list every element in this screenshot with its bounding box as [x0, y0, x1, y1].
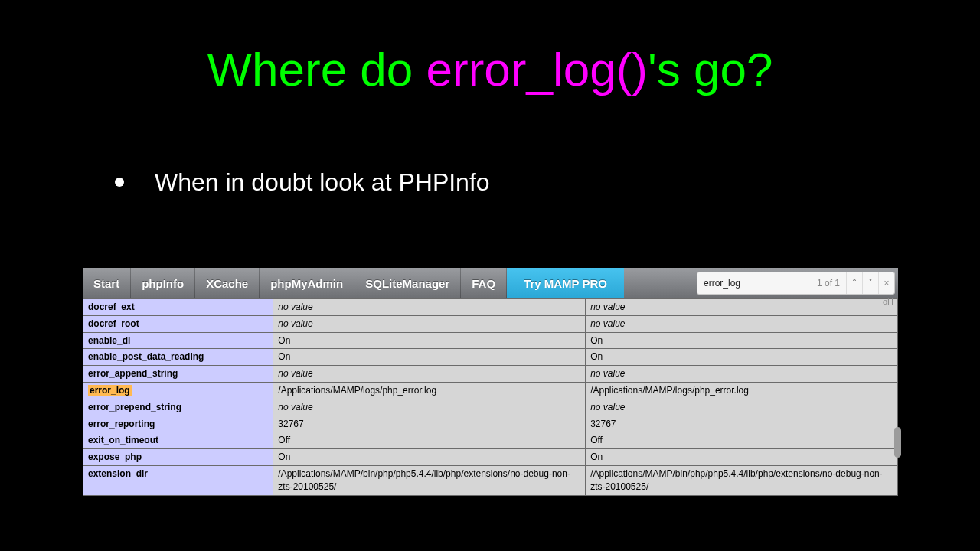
local-value: On: [273, 349, 586, 366]
master-value: 32767: [586, 416, 898, 432]
table-row: expose_phpOnOn: [83, 449, 898, 466]
find-prev-button[interactable]: ˄: [846, 272, 862, 294]
master-value: Off: [586, 432, 898, 449]
local-value: On: [273, 449, 586, 466]
find-highlight: error_log: [88, 385, 132, 396]
tab-xcache[interactable]: XCache: [195, 268, 260, 298]
find-count: 1 of 1: [817, 278, 846, 289]
tab-sqlitemanager[interactable]: SQLiteManager: [354, 268, 461, 298]
directive-name: error_prepend_string: [83, 399, 273, 416]
scrollbar-thumb[interactable]: [894, 427, 901, 458]
master-value: no value: [586, 366, 898, 383]
local-value: /Applications/MAMP/logs/php_error.log: [273, 382, 586, 399]
slide-title: Where do error_log()'s go?: [0, 0, 980, 96]
directive-name: error_log: [83, 382, 273, 399]
bullet-item: When in doubt look at PHPInfo: [115, 168, 490, 197]
directive-name: enable_dl: [83, 332, 273, 349]
local-value: no value: [273, 399, 586, 416]
table-row: enable_dlOnOn: [83, 332, 898, 349]
directive-name: extension_dir: [83, 465, 273, 495]
phpinfo-table: docref_extno valueno valuedocref_rootno …: [83, 298, 898, 496]
title-post: 's go?: [648, 43, 773, 96]
title-fn: error_log(): [426, 43, 648, 96]
local-value: On: [273, 332, 586, 349]
directive-name: exit_on_timeout: [83, 432, 273, 449]
table-row: enable_post_data_readingOnOn: [83, 349, 898, 366]
master-value: On: [586, 332, 898, 349]
master-value: no value: [586, 315, 898, 332]
local-value: no value: [273, 315, 586, 332]
browser-find-bar: error_log 1 of 1 ˄ ˅ ×: [697, 272, 895, 295]
local-value: no value: [273, 299, 586, 316]
master-value: /Applications/MAMP/logs/php_error.log: [586, 382, 898, 399]
table-row: error_log/Applications/MAMP/logs/php_err…: [83, 382, 898, 399]
master-value: /Applications/MAMP/bin/php/php5.4.4/lib/…: [586, 465, 898, 495]
table-row: exit_on_timeoutOffOff: [83, 432, 898, 449]
tab-phpmyadmin[interactable]: phpMyAdmin: [260, 268, 354, 298]
table-row: error_reporting3276732767: [83, 416, 898, 432]
directive-name: docref_root: [83, 315, 273, 332]
master-value: On: [586, 349, 898, 366]
table-row: error_prepend_stringno valueno value: [83, 399, 898, 416]
chevron-up-icon: ˄: [852, 278, 857, 289]
find-next-button[interactable]: ˅: [862, 272, 878, 294]
master-value: On: [586, 449, 898, 466]
tab-try-mamp-pro[interactable]: Try MAMP PRO: [507, 268, 624, 298]
bullet-text: When in doubt look at PHPInfo: [155, 168, 490, 196]
close-icon: ×: [884, 278, 889, 289]
local-value: /Applications/MAMP/bin/php/php5.4.4/lib/…: [273, 465, 586, 495]
directive-name: error_reporting: [83, 416, 273, 432]
find-close-button[interactable]: ×: [878, 272, 894, 294]
table-row: docref_rootno valueno value: [83, 315, 898, 332]
tab-faq[interactable]: FAQ: [461, 268, 507, 298]
table-row: docref_extno valueno value: [83, 299, 898, 316]
local-value: no value: [273, 366, 586, 383]
partial-text: oH: [883, 297, 893, 306]
phpinfo-screenshot: Start phpInfo XCache phpMyAdmin SQLiteMa…: [83, 268, 898, 496]
table-row: error_append_stringno valueno value: [83, 366, 898, 383]
tab-phpinfo[interactable]: phpInfo: [131, 268, 195, 298]
bullet-dot-icon: [115, 178, 124, 187]
master-value: no value: [586, 299, 898, 316]
table-row: extension_dir/Applications/MAMP/bin/php/…: [83, 465, 898, 495]
find-query[interactable]: error_log: [697, 278, 817, 289]
local-value: 32767: [273, 416, 586, 432]
tab-start[interactable]: Start: [83, 268, 131, 298]
master-value: no value: [586, 399, 898, 416]
directive-name: expose_php: [83, 449, 273, 466]
local-value: Off: [273, 432, 586, 449]
directive-name: docref_ext: [83, 299, 273, 316]
chevron-down-icon: ˅: [868, 278, 873, 289]
title-pre: Where do: [207, 43, 426, 96]
directive-name: enable_post_data_reading: [83, 349, 273, 366]
mamp-tabbar: Start phpInfo XCache phpMyAdmin SQLiteMa…: [83, 268, 898, 298]
directive-name: error_append_string: [83, 366, 273, 383]
